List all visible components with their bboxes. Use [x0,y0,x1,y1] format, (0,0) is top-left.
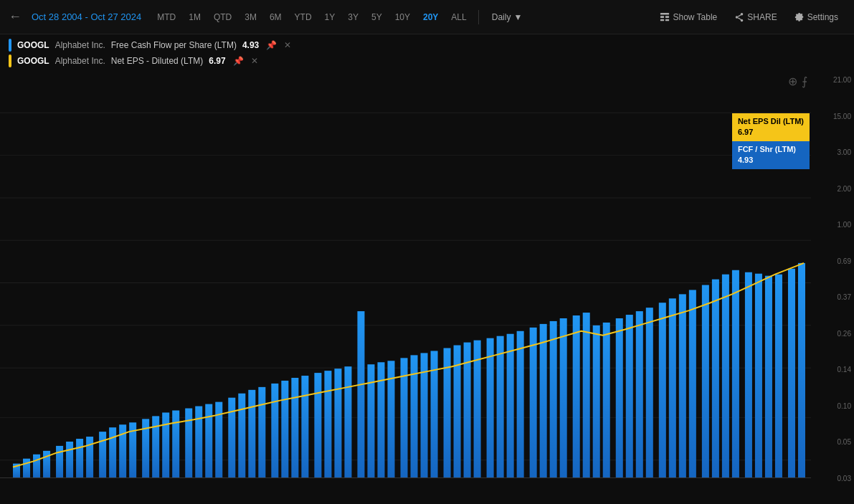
svg-rect-66 [517,331,524,478]
topbar: ← Oct 28 2004 - Oct 27 2024 MTD 1M QTD 3… [0,0,854,34]
fcf-color-bar [9,39,11,52]
svg-rect-20 [23,459,30,478]
gear-icon [794,12,805,22]
fcf-metric: Free Cash Flow per Share (LTM) [111,40,237,50]
svg-rect-88 [755,274,762,478]
svg-rect-85 [722,275,729,478]
fcf-company: Alphabet Inc. [55,40,105,50]
svg-rect-26 [86,437,93,477]
period-5y[interactable]: 5Y [367,10,386,24]
svg-rect-48 [324,371,331,477]
fcf-pin-icon[interactable]: 📌 [266,40,277,50]
svg-rect-44 [281,381,288,477]
tooltip-fcf-value: 4.93 [738,155,804,166]
period-ytd[interactable]: YTD [290,10,316,24]
period-20y[interactable]: 20Y [419,10,442,24]
svg-rect-0 [660,12,669,14]
fcf-ticker: GOOGL [17,40,49,50]
svg-rect-91 [788,269,795,478]
eps-pin-icon[interactable]: 📌 [233,56,244,66]
share-icon [734,12,744,22]
svg-rect-3 [660,19,664,21]
fcf-value: 4.93 [242,40,259,50]
tooltip-boxes: Net EPS Dil (LTM) 6.97 FCF / Shr (LTM) 4… [732,113,810,169]
svg-rect-89 [765,276,772,478]
period-mtd[interactable]: MTD [153,10,180,24]
legend-area: GOOGL Alphabet Inc. Free Cash Flow per S… [0,34,854,67]
y-label-3: 3.00 [811,148,851,156]
period-3y[interactable]: 3Y [343,10,363,24]
legend-row-fcf: GOOGL Alphabet Inc. Free Cash Flow per S… [9,39,845,52]
eps-metric: Net EPS - Diluted (LTM) [111,56,203,66]
svg-rect-4 [665,19,669,21]
y-label-21: 21.00 [811,76,851,84]
svg-rect-43 [271,384,278,477]
chevron-down-icon: ▼ [513,12,522,22]
svg-rect-49 [334,369,341,477]
svg-rect-90 [775,275,782,478]
y-label-2: 2.00 [811,185,851,193]
svg-rect-71 [573,315,580,477]
period-all[interactable]: ALL [447,10,470,24]
frequency-label: Daily [492,12,511,22]
show-table-label: Show Table [673,12,717,22]
table-icon [660,12,670,22]
fcf-close-icon[interactable]: ✕ [284,40,291,50]
share-button[interactable]: SHARE [727,9,784,25]
eps-color-bar [9,54,11,67]
tooltip-eps: Net EPS Dil (LTM) 6.97 [732,113,810,141]
settings-button[interactable]: Settings [787,9,845,25]
svg-rect-79 [659,303,666,477]
svg-rect-2 [665,16,669,18]
svg-rect-36 [195,406,202,478]
y-label-15: 15.00 [811,113,851,120]
svg-rect-75 [616,318,623,477]
period-10y[interactable]: 10Y [391,10,414,24]
topbar-right: Show Table SHARE Settings [653,9,845,25]
eps-close-icon[interactable]: ✕ [251,56,258,66]
svg-rect-65 [507,334,514,478]
date-range: Oct 28 2004 - Oct 27 2024 [32,11,141,22]
svg-rect-84 [712,280,719,478]
svg-rect-78 [646,308,653,477]
eps-value: 6.97 [209,56,225,66]
svg-rect-37 [205,404,212,478]
chart-controls: ⊕ ⨍ [788,75,807,88]
svg-rect-92 [798,263,805,478]
eps-ticker: GOOGL [17,56,49,66]
svg-rect-81 [679,294,686,477]
y-label-003: 0.03 [811,475,851,482]
show-table-button[interactable]: Show Table [653,9,724,25]
svg-rect-73 [593,325,600,478]
back-icon[interactable]: ← [9,9,22,24]
tooltip-fcf-label: FCF / Shr (LTM) [738,144,804,155]
period-1y[interactable]: 1Y [321,10,340,24]
svg-rect-77 [636,311,643,477]
svg-rect-50 [344,366,351,477]
svg-rect-86 [732,270,739,478]
period-1m[interactable]: 1M [184,10,205,24]
frequency-selector[interactable]: Daily ▼ [486,10,528,24]
svg-rect-42 [258,387,265,478]
y-label-1: 1.00 [811,221,851,229]
settings-label: Settings [807,12,838,22]
legend-row-eps: GOOGL Alphabet Inc. Net EPS - Diluted (L… [9,54,845,67]
svg-rect-21 [33,455,40,478]
expand-button[interactable]: ⨍ [802,75,807,88]
tooltip-eps-label: Net EPS Dil (LTM) [738,116,804,127]
svg-rect-63 [487,338,494,478]
chart-area[interactable]: ⊕ ⨍ [0,70,854,503]
period-3m[interactable]: 3M [240,10,261,24]
svg-rect-23 [56,446,63,477]
svg-rect-35 [185,409,192,478]
eps-company: Alphabet Inc. [55,56,105,66]
period-6m[interactable]: 6M [265,10,286,24]
period-qtd[interactable]: QTD [209,10,236,24]
y-label-037: 0.37 [811,293,851,301]
add-series-button[interactable]: ⊕ [788,75,797,88]
svg-rect-1 [660,16,664,18]
svg-rect-34 [172,410,179,477]
svg-rect-39 [228,398,235,478]
svg-rect-74 [603,323,610,477]
svg-rect-40 [238,394,245,478]
